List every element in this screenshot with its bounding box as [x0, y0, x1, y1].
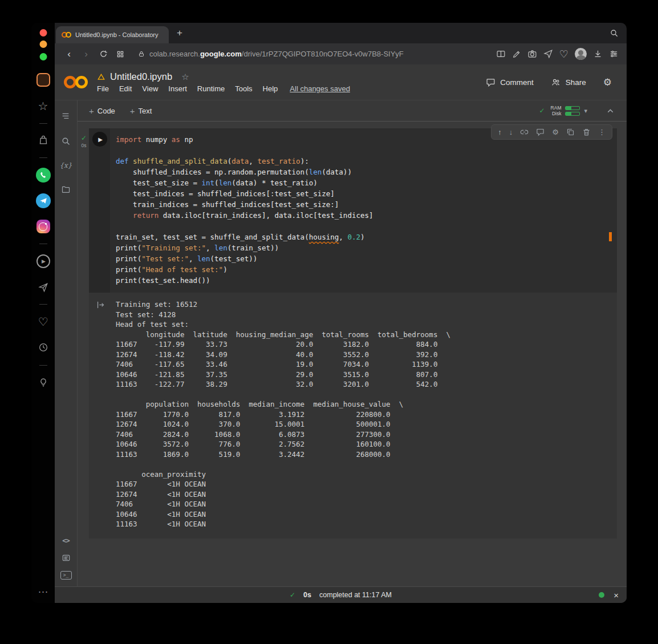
tab-search-icon[interactable]	[610, 29, 619, 38]
comment-cell-icon[interactable]	[536, 128, 545, 136]
move-cell-up-icon[interactable]: ↑	[498, 128, 502, 136]
workspace-home-icon[interactable]	[36, 73, 50, 87]
tab-bar: Untitled0.ipynb - Colaboratory +	[55, 23, 627, 43]
whatsapp-icon[interactable]	[36, 168, 51, 183]
delete-cell-icon[interactable]	[582, 128, 591, 136]
status-duration: 0s	[303, 591, 311, 599]
edit-icon[interactable]	[512, 50, 521, 59]
new-tab-button[interactable]: +	[177, 23, 182, 43]
runtime-connected-check-icon: ✓	[539, 107, 545, 115]
add-text-label: Text	[139, 107, 152, 115]
colab-sidebar: {x} <> >_	[55, 100, 78, 586]
disk-gauge	[565, 112, 580, 116]
apps-grid-icon[interactable]	[112, 50, 129, 58]
camera-icon[interactable]	[527, 49, 537, 59]
tune-icon[interactable]	[609, 49, 619, 59]
code-cell[interactable]: ▶ import numpy as np def shuffle_and_spl…	[89, 128, 617, 293]
back-button[interactable]: ‹	[60, 48, 78, 60]
browser-main: Untitled0.ipynb - Colaboratory + ‹ › col…	[55, 23, 627, 603]
add-code-label: Code	[98, 107, 115, 115]
traffic-zoom-button[interactable]	[39, 53, 47, 60]
resource-gauges	[565, 106, 580, 116]
status-bar: ✓ 0s completed at 11:17 AM ×	[55, 586, 627, 603]
menu-file[interactable]: File	[97, 84, 114, 93]
link-cell-icon[interactable]	[520, 128, 529, 136]
tab-title: Untitled0.ipynb - Colaboratory	[75, 31, 159, 38]
autosave-status[interactable]: All changes saved	[290, 84, 350, 93]
colab-header: Untitled0.ipynb ☆ File Edit View Insert …	[55, 64, 627, 100]
collapse-header-icon[interactable]	[606, 106, 615, 116]
output-indicator-icon[interactable]	[96, 300, 105, 310]
code-snippets-icon[interactable]: <>	[62, 537, 69, 545]
move-cell-down-icon[interactable]: ↓	[509, 128, 513, 136]
lock-icon	[138, 50, 145, 58]
ram-label: RAM	[551, 105, 562, 111]
cell-settings-gear-icon[interactable]: ⚙	[552, 128, 559, 136]
notebook-toolbar: + Code + Text ✓ RAM Disk	[78, 100, 627, 121]
settings-gear-icon[interactable]: ⚙	[603, 76, 612, 88]
variables-icon[interactable]: {x}	[59, 161, 72, 169]
ram-gauge	[565, 106, 580, 110]
colab-tab-icon	[62, 32, 71, 38]
tab-untitled0[interactable]: Untitled0.ipynb - Colaboratory	[56, 26, 169, 43]
command-palette-icon[interactable]	[61, 553, 71, 562]
cell-success-check-icon: ✓	[79, 134, 89, 142]
drive-file-icon	[97, 73, 105, 81]
cell-execution-indicator: ✓ 0s	[79, 134, 89, 148]
cell-gutter: ▶	[89, 128, 110, 293]
cell-toolbar: ↑ ↓ ⚙	[491, 124, 612, 140]
favorites-star-icon[interactable]: ☆	[38, 100, 48, 112]
comment-button[interactable]: Comment	[486, 78, 534, 87]
code-cell-wrap: ▶ import numpy as np def shuffle_and_spl…	[89, 128, 617, 538]
download-icon[interactable]	[593, 49, 603, 59]
status-close-icon[interactable]: ×	[614, 590, 619, 600]
split-view-icon[interactable]	[496, 49, 506, 59]
favorite-heart-icon[interactable]: ♡	[559, 49, 568, 59]
resources-dropdown-icon[interactable]: ▾	[584, 107, 587, 115]
menu-runtime[interactable]: Runtime	[192, 84, 230, 93]
urlbar-actions: ♡	[496, 48, 619, 60]
browser-dock: ☆ ▶ ♡ ···	[31, 23, 55, 603]
shopping-bag-icon[interactable]	[38, 135, 48, 145]
cell-more-options-icon[interactable]: ⋮	[598, 128, 606, 136]
table-of-contents-icon[interactable]	[60, 112, 71, 121]
address-field[interactable]: colab.research.google.com/drive/1rPZ7QGI…	[138, 50, 496, 58]
add-code-button[interactable]: + Code	[89, 106, 115, 116]
send-icon[interactable]	[543, 49, 553, 59]
notebook-area: ✓ 0s ▶ import numpy as np def shuffle_an…	[78, 121, 627, 586]
notebook-title[interactable]: Untitled0.ipynb	[110, 71, 172, 82]
files-folder-icon[interactable]	[61, 185, 71, 194]
reload-button[interactable]	[95, 50, 112, 58]
forward-button[interactable]: ›	[78, 48, 95, 60]
run-cell-button[interactable]: ▶	[92, 132, 107, 147]
share-button[interactable]: Share	[551, 78, 586, 87]
search-icon[interactable]	[61, 136, 71, 146]
copy-to-drive-icon[interactable]	[566, 128, 575, 136]
colab-logo-icon[interactable]	[64, 75, 88, 90]
code-editor[interactable]: import numpy as np def shuffle_and_split…	[110, 128, 617, 293]
dock-divider	[39, 123, 47, 124]
plus-icon: +	[130, 106, 135, 116]
menu-insert[interactable]: Insert	[163, 84, 192, 93]
menu-help[interactable]: Help	[258, 84, 283, 93]
traffic-minimize-button[interactable]	[39, 40, 47, 48]
star-notebook-icon[interactable]: ☆	[181, 72, 189, 82]
send-plane-icon[interactable]	[38, 282, 48, 293]
lightbulb-icon[interactable]	[38, 378, 48, 387]
clock-icon[interactable]	[38, 342, 48, 353]
add-text-button[interactable]: + Text	[130, 106, 152, 116]
play-circle-icon[interactable]: ▶	[36, 254, 50, 268]
profile-avatar[interactable]	[575, 48, 587, 60]
url-path: /drive/1rPZ7QGIPOT810nO7EO4-v0w7B8-SIYyF	[242, 50, 404, 58]
telegram-icon[interactable]	[36, 193, 51, 208]
traffic-close-button[interactable]	[39, 29, 47, 37]
menu-tools[interactable]: Tools	[230, 84, 257, 93]
dock-more-icon[interactable]: ···	[38, 586, 48, 597]
instagram-icon[interactable]	[36, 220, 50, 233]
heart-icon[interactable]: ♡	[38, 316, 48, 327]
menu-view[interactable]: View	[137, 84, 163, 93]
cell-execution-time: 0s	[79, 143, 89, 148]
menu-edit[interactable]: Edit	[114, 84, 137, 93]
terminal-icon[interactable]: >_	[60, 571, 72, 580]
resources-indicator[interactable]: RAM Disk	[551, 105, 580, 116]
